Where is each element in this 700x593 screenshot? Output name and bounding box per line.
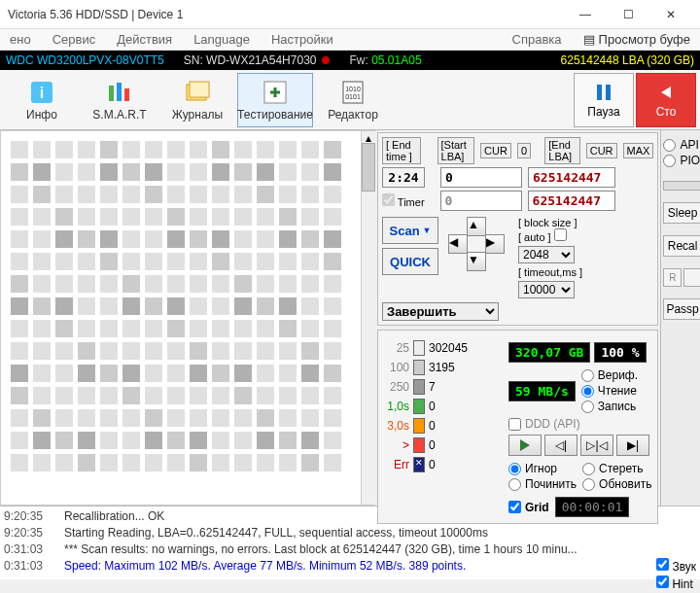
speed-badge: 59 MB/s (508, 381, 576, 401)
cur-button-2[interactable]: CUR (586, 143, 617, 158)
stat-100-val: 3195 (429, 361, 455, 374)
maximize-button[interactable]: ☐ (607, 1, 649, 28)
toolbar: iИнфо S.M.A.R.T Журналы Тестирование 101… (0, 70, 700, 130)
arrow-up[interactable]: ▲ (467, 217, 486, 236)
menu-item-0[interactable]: ено (10, 32, 31, 47)
nav-arrows: ▲ ◀ ▶ ▼ (442, 217, 510, 271)
log-line-2: *** Scan results: no warnings, no errors… (64, 541, 696, 558)
end-button[interactable]: ▶| (616, 435, 649, 456)
stat-err-val: 0 (429, 458, 436, 471)
end-time-label: [ End time ] (382, 137, 421, 164)
svg-text:1010: 1010 (345, 86, 361, 92)
svg-rect-11 (597, 85, 602, 100)
skip-button[interactable]: ▷|◁ (580, 435, 613, 456)
arrow-left[interactable]: ◀ (448, 234, 468, 254)
device-sn: WD-WX21A54H7030 (206, 53, 316, 67)
smart-tab[interactable]: S.M.A.R.T (82, 73, 158, 127)
timeout-label: [ timeout,ms ] (518, 266, 582, 278)
block-size-select[interactable]: 2048 (518, 246, 575, 263)
pio-radio[interactable]: PIO (663, 154, 700, 167)
step-back-button[interactable]: ◁| (544, 435, 578, 456)
stop-icon (655, 82, 677, 103)
svg-rect-12 (606, 85, 611, 100)
device-lba: 625142448 LBA (320 GB) (561, 53, 694, 67)
start-lba-input[interactable] (440, 167, 522, 188)
arrow-right[interactable]: ▶ (485, 234, 505, 254)
size-badge: 320,07 GB (508, 342, 590, 363)
menu-item-help[interactable]: Справка (512, 32, 562, 47)
stat-1s-val: 0 (429, 400, 436, 413)
grid-scrollbar[interactable]: ▴ (362, 130, 375, 506)
block-size-label: [ block size ] (518, 217, 578, 228)
ddd-checkbox[interactable]: DDD (API) (508, 417, 651, 431)
stats-panel: 25302045 1003195 2507 1,0s0 3,0s0 >0 Err… (377, 330, 658, 524)
max-button[interactable]: MAX (623, 143, 654, 158)
arrow-down[interactable]: ▼ (467, 252, 486, 271)
erase-radio[interactable]: Стереть (582, 462, 651, 475)
minimize-button[interactable]: — (564, 1, 607, 28)
ignore-radio[interactable]: Игнор (508, 462, 577, 475)
test-icon (260, 79, 291, 106)
play-button[interactable] (508, 435, 542, 456)
stat-3s-val: 0 (429, 419, 436, 433)
svg-rect-2 (109, 86, 114, 101)
device-fw: 05.01A05 (371, 53, 421, 67)
start-lba-input-2[interactable] (440, 191, 522, 211)
auto-checkbox[interactable] (554, 228, 567, 241)
side-panel: API PIO Sleep Recal R Passp (660, 130, 700, 506)
stop-button[interactable]: Сто (636, 73, 696, 127)
verify-radio[interactable]: Вериф. (581, 368, 638, 382)
device-infobar: WDC WD3200LPVX-08V0TT5 SN: WD-WX21A54H70… (0, 51, 700, 70)
refresh-radio[interactable]: Обновить (582, 477, 651, 491)
view-buffer[interactable]: ▤Просмотр буфе (583, 32, 690, 47)
end-lba-input[interactable] (528, 167, 615, 188)
test-tab[interactable]: Тестирование (237, 73, 313, 127)
menu-item-language[interactable]: Language (193, 32, 250, 47)
end-lba-input-2[interactable] (528, 191, 615, 211)
repair-radio[interactable]: Починить (508, 477, 577, 491)
complete-select[interactable]: Завершить (382, 302, 499, 321)
pause-button[interactable]: Пауза (574, 73, 634, 127)
end-lba-label: [End LBA] (544, 137, 579, 164)
hints-checkbox[interactable]: Hint (656, 576, 696, 591)
auto-label: [ auto ] (518, 231, 551, 243)
log-line-3: Speed: Maximum 102 MB/s. Average 77 MB/s… (64, 558, 696, 575)
pause-icon (593, 82, 614, 103)
zero-button[interactable]: 0 (517, 143, 531, 158)
stat-25-val: 302045 (429, 341, 468, 355)
recall-button[interactable]: Recal (663, 235, 700, 257)
sound-checkbox[interactable]: Звук (656, 558, 696, 574)
svg-rect-6 (190, 82, 209, 97)
journals-tab[interactable]: Журналы (159, 73, 235, 127)
timer-checkbox[interactable]: Timer (382, 193, 425, 208)
info-icon: i (26, 79, 57, 106)
menubar: ено Сервис Действия Language Настройки С… (0, 29, 700, 51)
status-dot-icon (322, 56, 330, 64)
fw-label: Fw: (349, 53, 368, 67)
menu-item-settings[interactable]: Настройки (271, 32, 333, 47)
stat-gt-val: 0 (429, 438, 436, 452)
control-panel: [ End time ] [Start LBA] CUR 0 [End LBA]… (375, 130, 660, 506)
footer-options: Звук Hint (656, 558, 696, 591)
info-tab[interactable]: iИнфо (4, 73, 80, 127)
menu-item-actions[interactable]: Действия (117, 32, 172, 47)
write-radio[interactable]: Запись (581, 400, 638, 413)
titlebar: Victoria 5.36 HDD/SSD | Device 1 — ☐ ✕ (0, 0, 700, 29)
passport-button[interactable]: Passp (663, 298, 700, 320)
surface-grid (0, 130, 362, 506)
log-line-1: Starting Reading, LBA=0..625142447, FULL… (64, 525, 696, 541)
percent-badge: 100 % (594, 342, 646, 363)
timeout-select[interactable]: 10000 (518, 281, 575, 298)
editor-tab[interactable]: 10100101Редактор (315, 73, 391, 127)
end-time-value: 2:24 (382, 167, 425, 188)
sleep-button[interactable]: Sleep (663, 202, 700, 224)
read-radio[interactable]: Чтение (581, 384, 638, 398)
scan-button[interactable]: Scan ▼ (382, 217, 438, 244)
device-model: WDC WD3200LPVX-08V0TT5 (6, 53, 164, 67)
quick-button[interactable]: QUICK (382, 248, 438, 275)
close-button[interactable]: ✕ (649, 1, 692, 28)
cur-button-1[interactable]: CUR (480, 143, 511, 158)
api-radio[interactable]: API (663, 138, 700, 152)
menu-item-service[interactable]: Сервис (52, 32, 96, 47)
log-panel: 9:20:35Recallibration... OK 9:20:35Start… (0, 506, 700, 579)
